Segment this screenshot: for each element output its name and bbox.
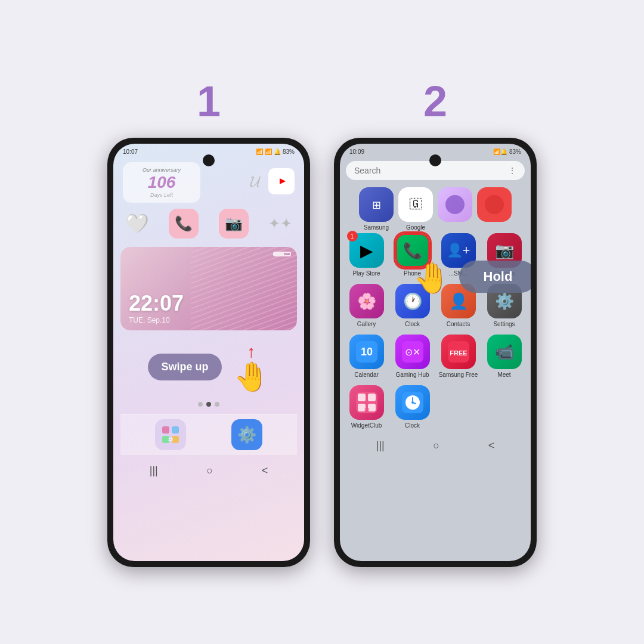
google-app-icon[interactable]: 🇬	[398, 187, 433, 222]
app-item-playstore[interactable]: ▶ 1 Play Store	[346, 233, 387, 277]
battery-text-1: 📶 🔔 83%	[265, 148, 295, 155]
app-item-calendar[interactable]: 10 Calendar	[346, 335, 387, 378]
badge-playstore: 1	[347, 231, 358, 242]
anniversary-sub: Days Left	[131, 192, 192, 198]
battery-fill	[274, 253, 284, 255]
swipe-area: Swipe up ↑ 🤚	[120, 336, 297, 395]
step-1-number: 1	[197, 77, 221, 126]
phone-2: 10:09 📶🔔 83% Search ⋮ ⊞	[334, 138, 537, 567]
notch-1	[203, 154, 215, 166]
app-item-gallery[interactable]: 🌸 Gallery	[346, 284, 387, 327]
status-icons-2: 📶🔔 83%	[493, 148, 521, 155]
arrow-up-icon: ↑	[247, 342, 256, 361]
hand-gesture-1: 🤚	[234, 363, 270, 391]
battery-bar	[273, 252, 291, 256]
app-item-meet[interactable]: 📹 Meet	[484, 335, 525, 378]
svg-text:FREE: FREE	[450, 349, 467, 357]
top-partial-row: ⊞ Samsung 🇬 Google	[340, 184, 531, 231]
wifi-icon: 📶	[256, 148, 263, 155]
app-item-widgetclub[interactable]: 15 WidgetClub	[346, 385, 387, 429]
phone-2-screen: 10:09 📶🔔 83% Search ⋮ ⊞	[340, 144, 531, 561]
nav2-home[interactable]: ○	[433, 439, 439, 452]
step-2-number: 2	[423, 77, 447, 126]
time-widget-lines	[191, 247, 297, 330]
calendar-label: Calendar	[354, 371, 379, 378]
youtube-icon[interactable]	[268, 168, 295, 194]
svg-text:15: 15	[364, 407, 369, 411]
step-1: 1 10:07 📶 📶 🔔 83% Our anniversar	[107, 77, 310, 567]
widgetclub-dock-icon[interactable]: 15	[155, 419, 186, 450]
phone-1-screen: 10:07 📶 📶 🔔 83% Our anniversary 106 Days…	[113, 144, 304, 561]
clock-label: Clock	[405, 321, 420, 327]
page-dots	[120, 398, 297, 410]
step-2: 2 10:09 📶🔔 83% Search ⋮	[334, 77, 537, 567]
svg-text:⊙✕: ⊙✕	[405, 347, 420, 357]
svg-rect-3	[172, 426, 179, 434]
svg-point-11	[485, 195, 504, 214]
gallery-label: Gallery	[357, 321, 376, 327]
camera-app-icon[interactable]: 📷	[219, 209, 249, 239]
svg-rect-22	[368, 404, 376, 411]
calendar-app-icon[interactable]: 10	[349, 335, 384, 369]
gallery-app-icon[interactable]: 🌸	[349, 284, 384, 318]
svg-text:15: 15	[168, 437, 173, 441]
gaming-app-icon[interactable]: ⊙✕	[395, 335, 430, 369]
dot-2-active	[206, 402, 211, 407]
widgetclub-label: WidgetClub	[351, 422, 382, 429]
meet-app-icon[interactable]: 📹	[487, 335, 522, 369]
svg-text:10: 10	[360, 346, 372, 358]
nav-home[interactable]: ○	[206, 465, 213, 477]
nav2-recent[interactable]: <	[488, 439, 495, 452]
main-container: 1 10:07 📶 📶 🔔 83% Our anniversar	[0, 0, 644, 644]
nav-bar-1: ||| ○ <	[113, 460, 304, 483]
phone-1: 10:07 📶 📶 🔔 83% Our anniversary 106 Days…	[107, 138, 310, 567]
status-icons-1: 📶 📶 🔔 83%	[256, 148, 295, 155]
samsung-label: Samsung	[364, 224, 389, 231]
svg-text:🇬: 🇬	[410, 197, 422, 210]
hold-bubble: Hold	[459, 261, 531, 293]
app-item-clock2[interactable]: Clock	[392, 385, 433, 429]
settings-label: Settings	[493, 321, 515, 327]
app-item-partial1	[438, 187, 472, 231]
apps-row-4: 10 Calendar ⊙✕ Gaming Hub	[340, 332, 531, 383]
gaming-label: Gaming Hub	[395, 371, 429, 378]
widgetclub-app-icon[interactable]: 15	[349, 385, 384, 420]
phone-app-icon[interactable]: 📞	[169, 209, 199, 239]
app-item-samsung[interactable]: ⊞ Samsung	[359, 187, 394, 231]
svg-rect-2	[162, 426, 169, 434]
svg-rect-19	[358, 394, 366, 401]
nav2-back[interactable]: |||	[376, 439, 385, 452]
playstore-label: Play Store	[352, 270, 380, 277]
anniversary-num: 106	[131, 173, 192, 192]
stars-icon: ✦✦	[268, 215, 292, 232]
playstore-app-icon[interactable]: ▶ 1	[349, 233, 384, 268]
status-bar-1: 10:07 📶 📶 🔔 83%	[113, 144, 304, 157]
nav-back[interactable]: |||	[150, 465, 158, 477]
settings-dock-icon[interactable]: ⚙️	[231, 419, 262, 450]
swipe-up-button[interactable]: Swipe up	[148, 354, 221, 380]
status-time-1: 10:07	[123, 148, 138, 155]
app-item-gaming[interactable]: ⊙✕ Gaming Hub	[392, 335, 433, 378]
status-bar-2: 10:09 📶🔔 83%	[340, 144, 531, 157]
samsung-free-app-icon[interactable]: FREE	[441, 335, 476, 369]
clock2-app-icon[interactable]	[395, 385, 430, 420]
google-label: Google	[406, 224, 425, 231]
u-icon: 𝓤	[250, 172, 260, 191]
app-item-partial2	[477, 187, 512, 231]
time-widget-bg: 22:07 TUE, Sep.10	[120, 247, 297, 330]
partial-app-2	[477, 187, 512, 222]
apps-row-5: 15 WidgetClub	[340, 383, 531, 434]
nav-bar-2: ||| ○ <	[340, 434, 531, 458]
meet-label: Meet	[497, 371, 510, 378]
heart-icon: 🤍	[125, 212, 149, 235]
samsung-app-icon[interactable]: ⊞	[359, 187, 394, 222]
app-item-google[interactable]: 🇬 Google	[398, 187, 433, 231]
app-item-samsung-free[interactable]: FREE Samsung Free	[438, 335, 479, 378]
search-placeholder: Search	[354, 166, 380, 175]
hand-gesture-2: 🤚	[413, 261, 450, 295]
samsung-free-label: Samsung Free	[439, 371, 478, 378]
svg-point-10	[445, 195, 465, 214]
nav-recent[interactable]: <	[262, 465, 268, 477]
partial-app-1	[438, 187, 472, 222]
status-time-2: 10:09	[349, 148, 364, 155]
